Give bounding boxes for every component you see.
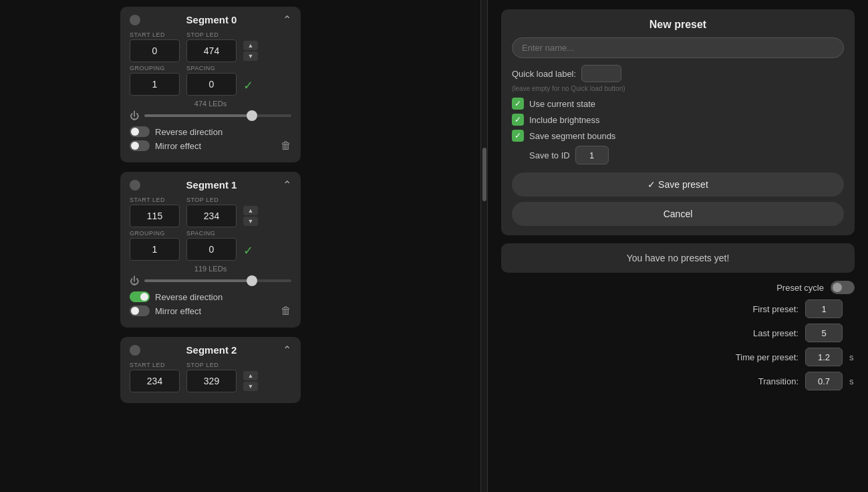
- first-preset-input[interactable]: [805, 299, 843, 318]
- preset-cycle-section: Preset cycle First preset: Last preset: …: [501, 281, 855, 390]
- first-preset-label: First preset:: [752, 304, 799, 314]
- segment-1-led-row: START LED STOP LED ▲ ▼: [130, 197, 291, 227]
- preset-name-input[interactable]: [512, 37, 844, 58]
- save-id-row: Save to ID: [512, 146, 844, 164]
- last-preset-row: Last preset:: [501, 324, 855, 342]
- include-brightness-checkbox[interactable]: ✓: [512, 114, 524, 126]
- segment-1-header: Segment 1 ⌃: [130, 178, 291, 191]
- preset-cycle-knob: [833, 283, 842, 292]
- segment-0-mirror-row: Mirror effect 🗑: [130, 140, 291, 152]
- transition-input[interactable]: [805, 372, 843, 390]
- segment-0-spacing-col: SPACING: [186, 65, 237, 96]
- segment-0-power-icon[interactable]: ⏻: [130, 110, 139, 121]
- segment-1-brightness-row: ⏻: [130, 275, 291, 286]
- save-segment-bounds-checkbox[interactable]: ✓: [512, 130, 524, 142]
- segment-0-down-btn[interactable]: ▼: [243, 51, 258, 61]
- segment-2-down-btn[interactable]: ▼: [243, 382, 258, 391]
- use-current-state-checkbox[interactable]: ✓: [512, 98, 524, 110]
- preset-cycle-label: Preset cycle: [776, 283, 824, 293]
- segment-card-2: Segment 2 ⌃ START LED STOP LED ▲ ▼: [120, 337, 301, 403]
- stop-led-label-1: STOP LED: [186, 197, 237, 203]
- segment-1-spacing-col: SPACING: [186, 230, 237, 261]
- segment-1-grouping-col: GROUPING: [130, 230, 180, 261]
- segment-2-start-input[interactable]: [130, 370, 180, 392]
- segment-1-grouping-input[interactable]: [130, 238, 180, 261]
- segment-0-collapse-btn[interactable]: ⌃: [283, 13, 291, 26]
- grouping-label-0: GROUPING: [130, 65, 180, 72]
- segment-0-up-btn[interactable]: ▲: [243, 41, 258, 50]
- segment-2-title: Segment 2: [140, 344, 283, 356]
- segment-1-stop-input[interactable]: [186, 205, 237, 227]
- segment-0-led-count: 474 LEDs: [130, 100, 291, 108]
- segment-1-up-btn[interactable]: ▲: [243, 206, 258, 215]
- segment-1-delete-btn[interactable]: 🗑: [281, 305, 291, 317]
- scrollbar-track[interactable]: [481, 0, 488, 492]
- segment-0-header: Segment 0 ⌃: [130, 13, 291, 26]
- segment-1-mirror-label: Mirror effect: [155, 306, 201, 316]
- segment-card-0: Segment 0 ⌃ START LED STOP LED ▲ ▼ GROUP…: [120, 7, 301, 162]
- segment-1-start-col: START LED: [130, 197, 180, 227]
- segment-1-mirror-toggle[interactable]: [130, 305, 150, 316]
- segment-0-start-col: START LED: [130, 31, 180, 62]
- segment-0-grouping-input[interactable]: [130, 73, 180, 96]
- quick-load-label: Quick load label:: [512, 69, 576, 79]
- new-preset-title: New preset: [512, 19, 844, 31]
- left-panel: Segment 0 ⌃ START LED STOP LED ▲ ▼ GROUP…: [0, 0, 481, 492]
- segment-0-mirror-knob: [131, 142, 139, 150]
- segment-0-grouping-row: GROUPING SPACING ✓: [130, 65, 291, 96]
- include-brightness-label: Include brightness: [529, 115, 600, 125]
- segment-0-mirror-label: Mirror effect: [155, 141, 201, 151]
- include-brightness-row: ✓ Include brightness: [512, 114, 844, 126]
- preset-cycle-toggle[interactable]: [831, 281, 855, 294]
- segment-0-confirm-btn[interactable]: ✓: [243, 78, 253, 96]
- segment-1-power-icon[interactable]: ⏻: [130, 275, 139, 286]
- segment-0-stop-col: STOP LED: [186, 31, 237, 62]
- segment-1-spacing-input[interactable]: [186, 238, 237, 261]
- segment-0-delete-btn[interactable]: 🗑: [281, 140, 291, 152]
- preset-panel: New preset Quick load label: (leave empt…: [501, 9, 855, 235]
- last-preset-label: Last preset:: [753, 328, 799, 338]
- quick-load-input[interactable]: [581, 65, 621, 82]
- start-led-label-0: START LED: [130, 31, 180, 38]
- spacing-label-1: SPACING: [186, 230, 237, 237]
- save-segment-bounds-row: ✓ Save segment bounds: [512, 130, 844, 142]
- save-id-input[interactable]: [575, 146, 609, 164]
- segment-0-mirror-left: Mirror effect: [130, 140, 201, 151]
- segment-0-spacing-input[interactable]: [186, 73, 237, 96]
- preset-cycle-row: Preset cycle: [501, 281, 855, 294]
- segment-2-header: Segment 2 ⌃: [130, 344, 291, 356]
- segment-0-mirror-toggle[interactable]: [130, 140, 150, 151]
- segment-0-reverse-toggle[interactable]: [130, 126, 150, 137]
- segment-1-brightness-slider[interactable]: [144, 279, 291, 282]
- segment-0-reverse-label: Reverse direction: [155, 127, 223, 137]
- segment-1-reverse-knob: [140, 293, 148, 301]
- start-led-label-2: START LED: [130, 362, 180, 368]
- cancel-button[interactable]: Cancel: [512, 202, 844, 226]
- segment-1-confirm-btn[interactable]: ✓: [243, 243, 253, 261]
- segment-1-start-input[interactable]: [130, 205, 180, 227]
- segment-0-reverse-left: Reverse direction: [130, 126, 223, 137]
- grouping-label-1: GROUPING: [130, 230, 180, 237]
- segment-1-down-btn[interactable]: ▼: [243, 217, 258, 226]
- first-preset-row: First preset:: [501, 299, 855, 318]
- segment-0-brightness-row: ⏻: [130, 110, 291, 121]
- last-preset-input[interactable]: [805, 324, 843, 342]
- time-per-preset-input[interactable]: [805, 348, 843, 366]
- segment-1-reverse-label: Reverse direction: [155, 292, 223, 302]
- segment-2-up-btn[interactable]: ▲: [243, 371, 258, 380]
- segment-1-grouping-row: GROUPING SPACING ✓: [130, 230, 291, 261]
- time-per-preset-unit: s: [849, 352, 855, 362]
- segment-2-start-col: START LED: [130, 362, 180, 392]
- transition-label: Transition:: [758, 376, 799, 386]
- quick-load-row: Quick load label:: [512, 65, 844, 82]
- segment-1-collapse-btn[interactable]: ⌃: [283, 178, 291, 191]
- segment-0-brightness-slider[interactable]: [144, 114, 291, 117]
- save-segment-bounds-label: Save segment bounds: [529, 131, 615, 141]
- segment-1-reverse-toggle[interactable]: [130, 291, 150, 302]
- segment-2-collapse-btn[interactable]: ⌃: [283, 344, 291, 356]
- segment-0-start-input[interactable]: [130, 39, 180, 62]
- stop-led-label-2: STOP LED: [186, 362, 237, 368]
- segment-2-stop-input[interactable]: [186, 370, 237, 392]
- save-preset-button[interactable]: ✓ Save preset: [512, 172, 844, 197]
- segment-0-stop-input[interactable]: [186, 39, 237, 62]
